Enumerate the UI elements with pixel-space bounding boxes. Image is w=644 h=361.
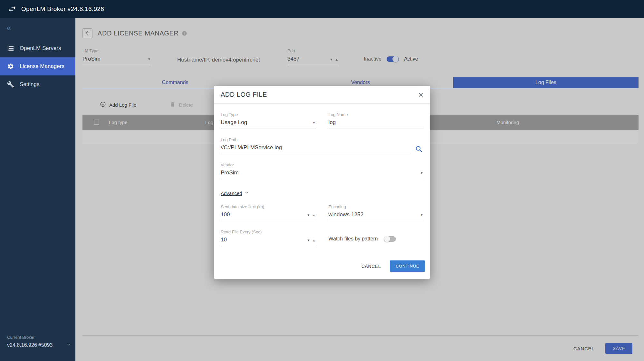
log-name-field[interactable]: Log Name log	[329, 112, 424, 129]
double-chevron-left-icon: «	[6, 23, 11, 33]
current-broker-label: Current Broker	[7, 335, 71, 340]
sidebar-nav: OpenLM Servers License Managers Settings	[0, 39, 75, 93]
search-icon[interactable]	[415, 145, 423, 153]
modal-title: ADD LOG FILE	[221, 91, 267, 98]
dropdown-arrow-icon: ▼	[420, 213, 423, 217]
sidebar-item-license-managers[interactable]: License Managers	[0, 57, 75, 75]
log-path-field[interactable]: Log Path //C:/PLM/PLMService.log	[221, 137, 410, 154]
encoding-value: windows-1252	[329, 211, 364, 218]
advanced-label: Advanced	[221, 190, 242, 196]
modal-header: ADD LOG FILE ×	[214, 86, 430, 104]
vendor-value: ProSim	[221, 170, 239, 176]
wrench-icon	[7, 81, 15, 88]
sidebar-item-label: OpenLM Servers	[20, 45, 61, 52]
modal-body: Log Type Usage Log ▼ Log Name log Log Pa…	[214, 104, 430, 246]
read-file-every-label: Read File Every (Sec)	[221, 229, 316, 234]
sidebar-item-openlm-servers[interactable]: OpenLM Servers	[0, 39, 75, 57]
swap-arrows-icon	[8, 5, 17, 14]
dropdown-arrow-icon: ▼	[420, 171, 423, 175]
vendor-label: Vendor	[221, 162, 423, 167]
read-file-every-value: 10	[221, 237, 227, 243]
log-type-field[interactable]: Log Type Usage Log ▼	[221, 112, 316, 129]
gear-icon	[7, 63, 15, 70]
sidebar: « OpenLM Servers License Managers Settin…	[0, 18, 75, 361]
sidebar-item-label: License Managers	[20, 63, 64, 70]
vendor-field[interactable]: Vendor ProSim ▼	[221, 162, 423, 179]
sent-data-limit-field[interactable]: Sent data size limit (kb) 100 ▼▲	[221, 204, 316, 221]
log-path-label: Log Path	[221, 137, 410, 142]
sidebar-item-label: Settings	[20, 81, 39, 88]
app-title: OpenLM Broker v24.8.16.926	[21, 5, 104, 13]
log-name-label: Log Name	[329, 112, 424, 117]
chevron-down-icon	[244, 190, 249, 196]
log-path-row: Log Path //C:/PLM/PLMService.log	[221, 137, 423, 154]
modal-continue-button[interactable]: CONTINUE	[390, 260, 425, 272]
encoding-label: Encoding	[329, 204, 424, 209]
advanced-toggle-link[interactable]: Advanced	[221, 190, 423, 196]
sidebar-item-settings[interactable]: Settings	[0, 75, 75, 93]
modal-cancel-button[interactable]: CANCEL	[361, 264, 381, 269]
watch-files-by-pattern-label: Watch files by pattern	[329, 236, 378, 242]
current-broker[interactable]: Current Broker v24.8.16.926 #5093	[7, 335, 71, 348]
servers-icon	[7, 44, 15, 52]
add-log-file-modal: ADD LOG FILE × Log Type Usage Log ▼ Log …	[214, 86, 430, 279]
top-bar: OpenLM Broker v24.8.16.926	[0, 0, 644, 18]
read-file-every-field[interactable]: Read File Every (Sec) 10 ▼▲	[221, 229, 316, 246]
current-broker-version: v24.8.16.926 #5093	[7, 342, 53, 348]
log-type-label: Log Type	[221, 112, 316, 117]
log-type-value: Usage Log	[221, 119, 247, 126]
log-path-value: //C:/PLM/PLMService.log	[221, 144, 282, 151]
watch-files-toggle[interactable]	[384, 236, 396, 242]
spinner-arrows-icon[interactable]: ▼▲	[305, 237, 316, 243]
spinner-arrows-icon[interactable]: ▼▲	[305, 211, 316, 218]
log-name-value: log	[329, 119, 336, 126]
watch-files-by-pattern-group: Watch files by pattern	[329, 236, 424, 242]
sent-data-limit-label: Sent data size limit (kb)	[221, 204, 316, 209]
encoding-field[interactable]: Encoding windows-1252 ▼	[329, 204, 424, 221]
sent-data-limit-value: 100	[221, 211, 230, 218]
chevron-down-icon	[66, 342, 71, 348]
close-icon[interactable]: ×	[418, 91, 423, 99]
sidebar-collapse-button[interactable]: «	[0, 18, 75, 31]
dropdown-arrow-icon: ▼	[312, 121, 316, 124]
modal-footer: CANCEL CONTINUE	[214, 246, 430, 279]
